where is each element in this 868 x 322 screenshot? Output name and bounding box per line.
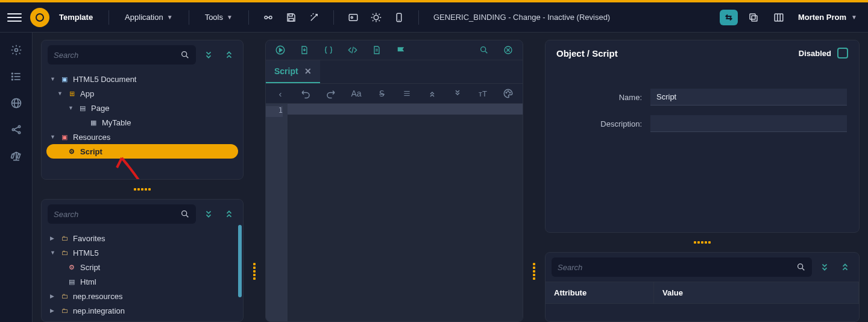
tree-favorites[interactable]: ▶ 🗀 Favorites [46,231,238,245]
collapse-all-icon[interactable] [817,259,832,275]
desc-label: Description: [558,119,642,128]
tree-label: nep.integration [73,306,125,315]
tab-script[interactable]: Script ✕ [266,60,320,83]
bug-icon[interactable] [366,8,386,27]
tree-label: Resources [73,133,110,142]
list-icon[interactable] [10,70,23,83]
table-icon: ▦ [89,118,98,127]
code-editor[interactable]: 1 [266,104,523,321]
tree-html5[interactable]: ▼ 🗀 HTML5 [46,245,238,260]
download-icon[interactable] [298,44,310,56]
scrollbar-thumb[interactable] [238,225,242,297]
strikethrough-icon[interactable]: S̶ [376,87,388,99]
close-icon[interactable]: ✕ [304,66,312,76]
binding-icon[interactable] [259,8,278,27]
application-menu[interactable]: Application ▼ [119,9,179,25]
expand-all-icon[interactable] [221,47,237,63]
svg-rect-3 [289,18,294,21]
resize-handle-horizontal[interactable] [545,240,860,245]
tree-label: MyTable [102,118,131,127]
tree-root[interactable]: ▼ ▣ HTML5 Document [46,72,238,86]
save-icon[interactable] [281,8,301,27]
svg-point-20 [11,79,13,80]
tree-label: HTML5 [73,248,99,257]
svg-line-32 [186,215,188,217]
tree-script-selected[interactable]: ⚙ Script [46,144,238,159]
folder-icon: 🗀 [60,248,69,257]
copy-icon[interactable] [744,8,763,27]
flag-icon[interactable] [395,44,407,56]
tree-html-item[interactable]: ▤ Html [46,274,238,289]
align-icon[interactable] [401,87,413,99]
col-attribute[interactable]: Attribute [546,282,654,303]
svg-point-36 [481,47,486,52]
attributes-table-header: Attribute Value [546,282,859,304]
chevron-left-icon[interactable]: ‹ [274,87,286,99]
device-icon[interactable] [389,8,409,27]
run-icon[interactable] [274,44,286,56]
collapse-up-icon[interactable] [426,87,438,99]
document-icon[interactable] [371,44,383,56]
wand-icon[interactable] [304,8,324,27]
palette-icon[interactable] [502,87,514,99]
col-value[interactable]: Value [654,282,859,303]
svg-rect-9 [752,16,757,21]
code-body[interactable] [288,104,523,321]
svg-point-24 [12,128,14,130]
app-logo[interactable] [30,8,49,27]
content-area: ▼ ▣ HTML5 Document ▼ ⊞ App ▼ ▤ Page [33,33,868,322]
attributes-search-input[interactable] [558,263,791,272]
layout-icon[interactable] [769,8,788,27]
tree-app[interactable]: ▼ ⊞ App [46,86,238,101]
share-icon[interactable] [10,123,23,136]
resize-handle-vertical[interactable] [532,235,536,308]
redo-icon[interactable] [325,87,337,99]
structure-search[interactable] [48,45,196,65]
page-icon: ▤ [78,103,87,113]
user-menu[interactable]: Morten Prom ▼ [794,13,861,22]
structure-search-input[interactable] [54,51,175,60]
folder-icon: 🗀 [60,233,69,243]
tree-script-item[interactable]: ⚙ Script [46,260,238,274]
disabled-checkbox[interactable] [837,48,848,58]
components-search-input[interactable] [54,210,175,219]
font-case-icon[interactable]: Aa [350,87,362,99]
clear-icon[interactable] [502,44,514,56]
braces-icon[interactable] [322,44,335,56]
resize-handle-vertical[interactable] [252,235,257,308]
name-input[interactable] [650,89,847,106]
document-title: GENERIC_BINDING - Change - Inactive (Rev… [433,13,610,22]
scrollbar[interactable] [238,225,242,320]
settings-icon[interactable] [10,43,23,57]
collapse-all-icon[interactable] [201,47,216,63]
right-column: Object / Script Disabled Name: Descripti… [545,40,860,322]
tree-mytable[interactable]: ▦ MyTable [46,115,238,130]
expand-down-icon[interactable] [451,87,464,99]
tools-menu[interactable]: Tools ▼ [199,9,239,25]
resize-handle-horizontal[interactable] [41,187,244,192]
separator [418,10,419,25]
desc-input[interactable] [650,115,847,132]
components-search[interactable] [48,204,196,224]
tree-page[interactable]: ▼ ▤ Page [46,101,238,115]
tree-resources[interactable]: ▼ ▣ Resources [46,130,238,144]
expand-icon: ▶ [50,235,56,241]
code-icon[interactable] [347,44,359,56]
expand-all-icon[interactable] [837,259,853,275]
scales-icon[interactable] [10,150,23,163]
attributes-search[interactable] [552,257,812,277]
expand-all-icon[interactable] [221,206,237,222]
globe-icon[interactable] [10,96,23,110]
menu-icon[interactable] [7,10,22,25]
tree-label: Html [80,277,96,286]
collapse-all-icon[interactable] [201,206,216,222]
text-size-icon[interactable]: тT [477,87,489,99]
tree-nep-integration[interactable]: ▶ 🗀 nep.integration [46,303,238,318]
undo-icon[interactable] [300,87,312,99]
search-icon[interactable] [478,44,490,56]
separator [108,10,109,25]
tree-nep-resources[interactable]: ▶ 🗀 nep.resources [46,289,238,303]
sync-button[interactable] [720,10,738,25]
user-name: Morten Prom [798,13,846,22]
preview-icon[interactable] [344,8,363,27]
